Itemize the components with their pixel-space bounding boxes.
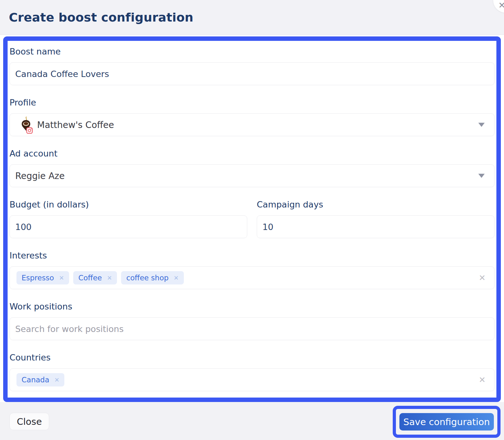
form-highlight-frame: Boost name Profile Matthew's Coffee Ad a… [3, 36, 501, 402]
clear-interests-icon[interactable]: ✕ [479, 274, 486, 282]
interest-tag-coffee: Coffee ✕ [73, 271, 117, 284]
interest-tag-coffee-shop: coffee shop ✕ [121, 271, 184, 284]
save-configuration-button[interactable]: Save configuration [399, 413, 494, 430]
clear-countries-icon[interactable]: ✕ [479, 376, 486, 384]
ad-account-selected-value: Reggie Aze [15, 171, 65, 181]
profile-select[interactable]: Matthew's Coffee [10, 113, 494, 136]
countries-label: Countries [10, 353, 494, 362]
save-button-highlight-frame: Save configuration [393, 406, 501, 438]
countries-field[interactable]: Canada ✕ ✕ [10, 368, 494, 391]
tag-label: Espresso [22, 274, 54, 282]
coffee-shop-logo-icon [19, 116, 33, 134]
boost-name-input[interactable] [10, 62, 494, 85]
boost-name-label: Boost name [10, 47, 494, 56]
campaign-days-input[interactable] [257, 215, 494, 238]
budget-input[interactable] [10, 215, 247, 238]
budget-days-field-row [10, 209, 494, 238]
ad-account-label: Ad account [10, 149, 494, 158]
remove-tag-icon[interactable]: ✕ [59, 275, 64, 281]
campaign-days-label: Campaign days [257, 200, 494, 209]
tag-label: Coffee [78, 274, 102, 282]
chevron-down-icon [478, 174, 485, 178]
remove-tag-icon[interactable]: ✕ [107, 275, 112, 281]
ad-account-select[interactable]: Reggie Aze [10, 164, 494, 187]
remove-tag-icon[interactable]: ✕ [55, 377, 60, 383]
profile-selected-value: Matthew's Coffee [37, 120, 114, 130]
interests-field[interactable]: Espresso ✕ Coffee ✕ coffee shop ✕ ✕ [10, 266, 494, 289]
profile-label: Profile [10, 98, 494, 107]
interest-tag-espresso: Espresso ✕ [16, 271, 69, 284]
modal-header: Create boost configuration [0, 0, 504, 35]
close-button[interactable]: Close [10, 413, 49, 430]
page-title: Create boost configuration [9, 10, 193, 24]
remove-tag-icon[interactable]: ✕ [174, 275, 179, 281]
create-boost-modal: Create boost configuration ✕ Boost name … [0, 0, 504, 440]
work-positions-input[interactable] [10, 317, 494, 340]
budget-label: Budget (in dollars) [10, 200, 247, 209]
chevron-down-icon [478, 123, 485, 127]
close-icon: ✕ [498, 1, 504, 10]
work-positions-label: Work positions [10, 302, 494, 311]
budget-days-label-row: Budget (in dollars) Campaign days [10, 187, 494, 209]
tag-label: coffee shop [126, 274, 168, 282]
interests-label: Interests [10, 251, 494, 260]
country-tag-canada: Canada ✕ [16, 373, 64, 386]
modal-footer: Close Save configuration [0, 402, 504, 440]
tag-label: Canada [22, 376, 49, 384]
boost-form: Boost name Profile Matthew's Coffee Ad a… [8, 47, 496, 391]
